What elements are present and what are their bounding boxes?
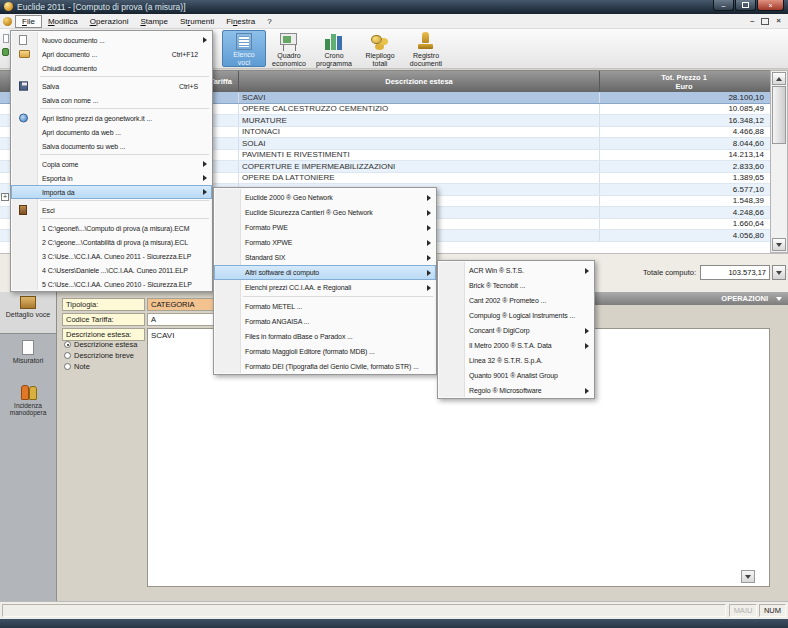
menubar-finestra[interactable]: Finestra [220,15,261,28]
column-header-totale[interactable]: Tot. Prezzo 1 Euro [600,71,768,92]
menu-item-formato-metel[interactable]: Formato METEL ... [214,299,436,314]
menu-item-salva-documento-web[interactable]: Salva documento su web ... [11,139,212,153]
menu-item-esci[interactable]: Esci [11,203,212,217]
menu-item-recent-file-2[interactable]: 2 C:\geone...\Contabilità di prova (a mi… [11,235,212,249]
tree-expander-icon[interactable] [1,193,9,201]
title-bar[interactable]: Euclide 2011 - [Computo di prova (a misu… [0,0,788,14]
app-icon [4,2,13,11]
totale-dropdown-button[interactable] [772,265,786,280]
menu-item-euclide-2000[interactable]: Euclide 2000 ® Geo Network [214,190,436,205]
menu-item-label: Formato XPWE [245,239,292,246]
menubar-operazioni[interactable]: Operazioni [84,15,135,28]
menu-item-cant-2002[interactable]: Cant 2002 ® Prometeo ... [438,293,594,308]
radio-descrizione-estesa[interactable]: Descrizione estesa [64,340,137,349]
maximize-button[interactable] [735,0,756,11]
mdi-restore-icon[interactable] [761,18,769,25]
menu-item-apri-listino-geonetwork[interactable]: Apri listino prezzi da geonetwork.it ... [11,111,212,125]
menu-item-recent-file-4[interactable]: 4 C:\Users\Daniele ...\CC.I.AA. Cuneo 20… [11,263,212,277]
open-folder-icon [19,50,30,58]
menu-item-regolo[interactable]: Regolo ® Microsoftware [438,383,594,398]
menu-item-formato-xpwe[interactable]: Formato XPWE [214,235,436,250]
radio-descrizione-breve[interactable]: Descrizione breve [64,351,134,360]
toolbar-label: Registro [413,52,439,59]
globe-icon [19,114,28,123]
menu-item-brick[interactable]: Brick ® Tecnobit ... [438,278,594,293]
menu-item-il-metro-2000[interactable]: Il Metro 2000 ® S.T.A. Data [438,338,594,353]
radio-label: Note [74,362,90,371]
menu-item-esporta-in[interactable]: Esporta in [11,171,212,185]
menubar-file[interactable]: File [15,15,42,28]
sidebar-item-label: Misuratori [0,357,56,364]
radio-label: Descrizione estesa [74,340,137,349]
menu-item-linea-32[interactable]: Linea 32 ® S.T.R. S.p.A. [438,353,594,368]
menu-item-formato-dei[interactable]: Formato DEI (Tipografia del Genio Civile… [214,359,436,374]
radio-note[interactable]: Note [64,362,90,371]
toolbar-elenco-voci[interactable]: Elenco voci [222,30,266,67]
menubar-help[interactable]: ? [261,15,277,28]
menu-item-importa-da[interactable]: Importa da [11,185,212,199]
menu-item-apri-documento-web[interactable]: Apri documento da web ... [11,125,212,139]
arrow-up-icon [776,77,782,81]
totale-cell: 28.100,10 [600,92,768,103]
menu-item-nuovo-documento[interactable]: Nuovo documento ... [11,33,212,47]
toolbar-label: documenti [410,60,442,67]
submenu-arrow-icon [427,240,431,246]
menu-item-quanto-9001[interactable]: Quanto 9001 ® Analist Group [438,368,594,383]
toolbar-crono-programma[interactable]: Crono programma [312,30,356,67]
mdi-minimize-icon[interactable]: – [750,16,754,26]
menu-item-label: Salva con nome ... [42,97,98,104]
menu-item-formato-maggioli[interactable]: Formato Maggioli Editore (formato MDB) .… [214,344,436,359]
document-icon [3,17,12,26]
menubar-stampe[interactable]: Stampe [134,15,174,28]
menubar-modifica[interactable]: Modifica [42,15,84,28]
menu-item-files-dbase-paradox[interactable]: Files in formato dBase o Paradox ... [214,329,436,344]
submenu-arrow-icon [427,195,431,201]
menu-item-salva[interactable]: SalvaCtrl+S [11,79,212,93]
toolbar-quadro-economico[interactable]: Quadro economico [267,30,311,67]
menu-item-label: Importa da [42,189,74,196]
menu-item-salva-con-nome[interactable]: Salva con nome ... [11,93,212,107]
minimize-button[interactable]: – [713,0,734,11]
menu-item-concant[interactable]: Concant ® DigiCorp [438,323,594,338]
menu-item-label: Nuovo documento ... [42,37,105,44]
toolbar-riepilogo-totali[interactable]: Riepilogo totali [358,30,402,67]
menu-item-acr-win[interactable]: ACR Win ® S.T.S. [438,263,594,278]
new-document-icon [19,35,27,45]
toolbar-registro-documenti[interactable]: Registro documenti [404,30,448,67]
menu-item-recent-file-1[interactable]: 1 C:\geonet\...\Computo di prova (a misu… [11,221,212,235]
menu-item-chiudi-documento[interactable]: Chiudi documento [11,61,212,75]
menu-separator [40,76,209,77]
menu-item-altri-software-di-computo[interactable]: Altri software di computo [214,265,436,280]
sidebar-item-misuratori[interactable]: Misuratori [0,340,56,364]
menu-item-compulog[interactable]: Compulog ® Logical Instruments ... [438,308,594,323]
menu-item-recent-file-5[interactable]: 5 C:\Use...\CC.I.AA. Cuneo 2010 - Sicure… [11,277,212,291]
menu-item-label: Files in formato dBase o Paradox ... [245,333,353,340]
status-message-cell [2,604,726,617]
menu-item-euclide-sicurezza-cantieri[interactable]: Euclide Sicurezza Cantieri ® Geo Network [214,205,436,220]
scroll-down-button[interactable] [772,238,786,251]
menu-item-formato-angaisa[interactable]: Formato ANGAISA ... [214,314,436,329]
close-button[interactable]: × [757,0,784,11]
menu-item-label: Chiudi documento [42,65,97,72]
menu-item-recent-file-3[interactable]: 3 C:\Use...\CC.I.AA. Cuneo 2011 - Sicure… [11,249,212,263]
menu-item-elenchi-prezzi[interactable]: Elenchi prezzi CC.I.AA. e Regionali [214,280,436,295]
menu-item-copia-come[interactable]: Copia come [11,157,212,171]
scroll-up-button[interactable] [772,72,786,85]
menu-item-formato-pwe[interactable]: Formato PWE [214,220,436,235]
mdi-close-icon[interactable]: × [776,16,781,26]
sidebar-item-incidenza-manodopera[interactable]: Incidenza manodopera [0,384,56,416]
menu-item-standard-six[interactable]: Standard SIX [214,250,436,265]
column-header-descrizione[interactable]: Descrizione estesa [239,71,600,92]
toolbar-label: economico [272,60,306,67]
sidebar-item-dettaglio-voce[interactable]: Dettaglio voce [0,292,56,334]
radio-icon [64,352,71,359]
menu-item-apri-documento[interactable]: Apri documento ...Ctrl+F12 [11,47,212,61]
submenu-arrow-icon [427,255,431,261]
menubar-strumenti[interactable]: Strumenti [174,15,220,28]
textarea-scroll-down-button[interactable] [741,570,755,583]
table-scrollbar[interactable] [770,70,788,253]
tipologia-label: Tipologia: [62,298,145,311]
menu-item-label: Esci [42,207,55,214]
menu-item-label: Linea 32 ® S.T.R. S.p.A. [469,357,543,364]
scrollbar-thumb[interactable] [772,86,786,144]
